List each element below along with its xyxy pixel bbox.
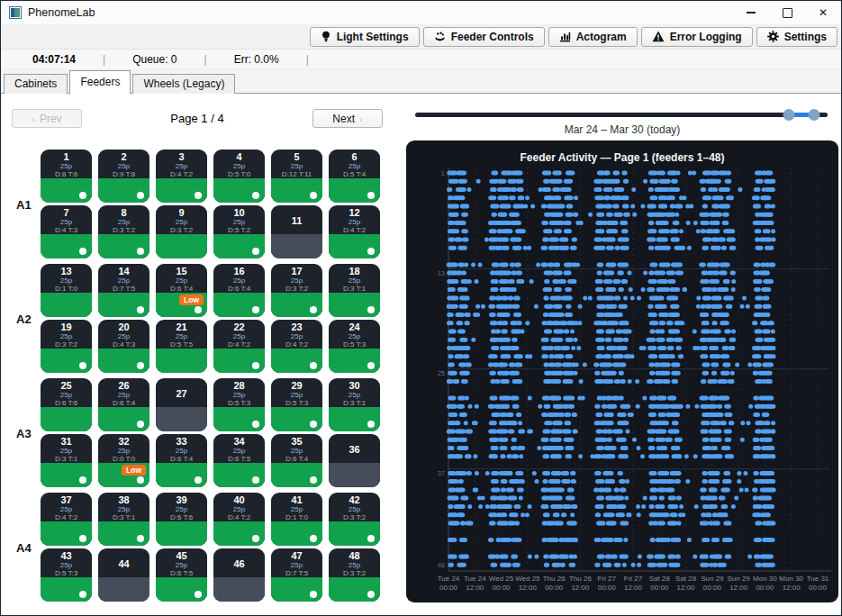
feeder-card-35[interactable]: 3525pD:6 T:4 [271, 434, 322, 487]
feeder-card-8[interactable]: 825pD:3 T:2 [98, 205, 149, 258]
feeder-card-12[interactable]: 1225pD:4 T:2 [329, 205, 380, 258]
feeder-card-7[interactable]: 725pD:4 T:3 [41, 205, 92, 258]
tab-wheels-legacy[interactable]: Wheels (Legacy) [132, 74, 235, 94]
pellet-count: 25p [41, 162, 92, 170]
tab-cabinets[interactable]: Cabinets [4, 74, 68, 94]
dispense-stats: D:7 T:5 [98, 285, 149, 293]
actogram-button[interactable]: Actogram [548, 27, 638, 47]
feeder-number: 5 [271, 151, 322, 162]
feeder-number: 19 [41, 322, 92, 332]
window-controls: ✕ [733, 1, 841, 24]
maximize-button[interactable] [769, 1, 805, 24]
close-button[interactable]: ✕ [805, 1, 841, 24]
feeder-card-38[interactable]: 3825pD:3 T:1 [98, 493, 149, 546]
feeder-number: 14 [98, 266, 149, 276]
feeder-card-17[interactable]: 1725pD:3 T:2 [271, 264, 322, 317]
hopper-ok-dot [137, 535, 144, 542]
feeder-card-18[interactable]: 1825pD:3 T:1 [329, 264, 380, 317]
feeder-card-header: 3825pD:3 T:1 [98, 493, 149, 521]
feeder-card-47[interactable]: 4725pD:7 T:5 [271, 548, 322, 602]
dispense-stats: D:6 T:5 [213, 455, 265, 463]
feeder-card-header: 4525pD:6 T:5 [156, 548, 207, 577]
feeder-card-29[interactable]: 2925pD:5 T:3 [271, 378, 322, 431]
feeder-card-1[interactable]: 125pD:8 T:6 [41, 149, 92, 203]
feeder-card-39[interactable]: 3925pD:6 T:6 [156, 493, 207, 546]
cabinet-label-A1: A1 [16, 197, 32, 211]
feeder-card-44[interactable]: 44 [98, 548, 149, 602]
feeder-card-25[interactable]: 2525pD:6 T:6 [41, 378, 92, 431]
slider-track[interactable] [415, 113, 828, 117]
feeder-card-22[interactable]: 2225pD:4 T:2 [213, 320, 265, 373]
feeder-number: 42 [329, 494, 380, 505]
dispense-stats: D:7 T:5 [271, 569, 322, 577]
feeder-card-24[interactable]: 2425pD:5 T:3 [329, 320, 380, 373]
settings-button[interactable]: Settings [756, 27, 837, 47]
feeder-card-6[interactable]: 625pD:5 T:4 [329, 149, 380, 203]
slider-handle-start[interactable] [783, 109, 794, 121]
feeder-card-header: 2025pD:4 T:3 [98, 320, 149, 349]
feeder-controls-button[interactable]: Feeder Controls [423, 27, 545, 47]
feeder-card-42[interactable]: 4225pD:3 T:2 [329, 493, 380, 546]
feeder-card-15[interactable]: 1525pD:6 T:4Low [156, 264, 207, 317]
feeder-status-area [98, 577, 149, 602]
feeder-card-40[interactable]: 4025pD:4 T:2 [213, 493, 265, 546]
feeder-status-area [156, 234, 207, 258]
feeder-card-header: 46 [213, 548, 265, 577]
feeder-number: 16 [213, 266, 265, 276]
feeder-card-11[interactable]: 11 [271, 205, 322, 258]
feeder-card-10[interactable]: 1025pD:5 T:2 [213, 205, 265, 258]
feeder-card-43[interactable]: 4325pD:5 T:3 [41, 548, 92, 602]
feeder-card-37[interactable]: 3725pD:4 T:2 [41, 493, 92, 546]
feeder-card-27[interactable]: 27 [156, 378, 207, 431]
feeder-card-30[interactable]: 3025pD:3 T:1 [329, 378, 380, 431]
feeder-card-31[interactable]: 3125pD:3 T:1 [41, 434, 92, 487]
feeder-card-2[interactable]: 225pD:9 T:8 [98, 149, 149, 203]
feeder-card-48[interactable]: 4825pD:3 T:2 [329, 548, 380, 602]
tab-feeders[interactable]: Feeders [69, 70, 131, 95]
feeder-status-area [213, 407, 265, 431]
pellet-count: 25p [271, 332, 322, 340]
feeder-card-45[interactable]: 4525pD:6 T:5 [156, 548, 207, 602]
feeder-card-32[interactable]: 3225pD:0 T:0Low [98, 434, 149, 487]
feeder-card-46[interactable]: 46 [213, 548, 265, 602]
feeder-card-14[interactable]: 1425pD:7 T:5 [98, 264, 149, 317]
feeder-card-header: 3225pD:0 T:0 [98, 434, 149, 463]
feeder-card-16[interactable]: 1625pD:6 T:4 [213, 264, 265, 317]
feeder-card-36[interactable]: 36 [329, 434, 380, 487]
feeder-card-33[interactable]: 3325pD:6 T:4 [156, 434, 207, 487]
next-page-button[interactable]: Next › [312, 109, 383, 128]
feeder-card-header: 44 [98, 548, 149, 577]
feeder-status-area [156, 349, 207, 373]
light-settings-button[interactable]: Light Settings [310, 27, 420, 47]
feeder-card-28[interactable]: 2825pD:5 T:3 [213, 378, 265, 431]
feeder-card-26[interactable]: 2625pD:6 T:4 [98, 378, 149, 431]
feeder-card-21[interactable]: 2125pD:5 T:5 [156, 320, 207, 373]
feeder-number: 11 [271, 215, 322, 226]
queue-readout: Queue: 0 [132, 53, 177, 66]
feeder-card-3[interactable]: 325pD:4 T:2 [156, 149, 207, 203]
feeder-pane: ‹ Prev Page 1 / 4 Next › A1125pD:8 T:622… [1, 94, 403, 615]
feeder-card-34[interactable]: 3425pD:6 T:5 [213, 434, 265, 487]
prev-page-button[interactable]: ‹ Prev [12, 109, 82, 128]
dispense-stats: D:3 T:2 [98, 226, 149, 234]
feeder-card-5[interactable]: 525pD:12 T:11 [271, 149, 322, 203]
feeder-number: 27 [156, 388, 207, 399]
feeder-card-header: 1525pD:6 T:4 [156, 264, 207, 293]
feeder-card-23[interactable]: 2325pD:4 T:2 [271, 320, 322, 373]
feeder-number: 30 [329, 380, 380, 391]
feeder-card-20[interactable]: 2025pD:4 T:3 [98, 320, 149, 373]
minimize-button[interactable] [733, 1, 769, 24]
feeder-card-41[interactable]: 4125pD:1 T:0 [271, 493, 322, 546]
feeder-card-19[interactable]: 1925pD:3 T:2 [41, 320, 92, 373]
feeder-status-area [98, 293, 149, 317]
error-logging-button[interactable]: Error Logging [641, 27, 753, 47]
date-range-label: Mar 24 – Mar 30 (today) [406, 123, 838, 136]
dispense-stats: D:3 T:2 [156, 226, 207, 234]
feeder-card-4[interactable]: 425pD:5 T:0 [213, 149, 265, 203]
slider-handle-end[interactable] [808, 109, 819, 121]
dispense-stats: D:6 T:4 [98, 399, 149, 407]
feeder-card-9[interactable]: 925pD:3 T:2 [156, 205, 207, 258]
feeder-status-area [329, 178, 380, 203]
feeder-card-13[interactable]: 1325pD:1 T:0 [41, 264, 92, 317]
feeder-status-area [41, 463, 92, 487]
